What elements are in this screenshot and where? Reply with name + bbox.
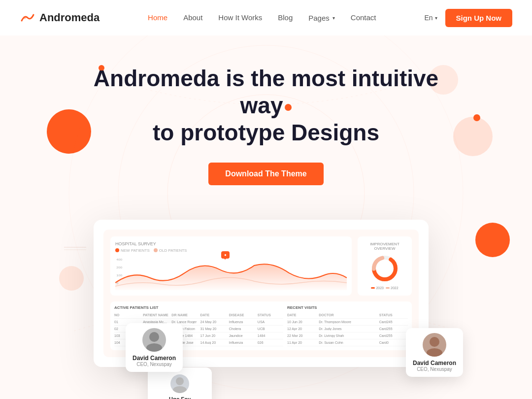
legend-old-patients: OLD PATIENTS — [154, 248, 187, 253]
profile-card-right: David Cameron CEO, Nexuspay — [406, 328, 463, 377]
profile-card-left: David Cameron CEO, Nexuspay — [126, 323, 183, 372]
patients-table-title: ACTIVE PATIENTS LIST — [114, 305, 283, 310]
chevron-down-icon: ▾ — [435, 15, 437, 21]
svg-point-0 — [23, 16, 26, 19]
dashboard-mockup-wrapper: Ugo Foy Cardiologist (C) BOOK APPOINTMEN… — [54, 200, 478, 367]
profile-card-right-wrapper: David Cameron CEO, Nexuspay — [406, 328, 463, 377]
svg-point-7 — [173, 386, 187, 393]
profile-title-right: CEO, Nexuspay — [417, 366, 452, 372]
donut-legend-1: 2023 — [371, 286, 384, 290]
logo-icon — [20, 10, 35, 26]
chart-title: HOSPITAL SURVEY — [115, 241, 347, 246]
chevron-down-icon: ▾ — [332, 15, 335, 21]
svg-point-17 — [430, 337, 439, 347]
visits-table-title: RECENT VISITS — [287, 305, 408, 310]
profile-title-left: CEO, Nexuspay — [136, 362, 172, 367]
brand-logo[interactable]: Andromeda — [20, 10, 100, 26]
svg-text:400: 400 — [116, 258, 122, 261]
nav-links: Home About How It Works Blog Pages ▾ Con… — [148, 13, 376, 22]
chart-legend: NEW PATIENTS OLD PATIENTS — [115, 248, 347, 253]
hero-text: Andromeda is the most intuitive way to p… — [89, 65, 443, 147]
donut-color-1 — [371, 287, 375, 289]
navbar: Andromeda Home About How It Works Blog P… — [0, 0, 532, 35]
table-row: 10 Jun 20 Dr. Thompson Moore Card245 — [287, 319, 408, 326]
nav-blog[interactable]: Blog — [278, 13, 293, 22]
svg-text:200: 200 — [116, 266, 122, 268]
svg-text:100: 100 — [116, 273, 122, 276]
svg-point-15 — [149, 332, 159, 342]
user-name: Ugo Foy — [155, 396, 205, 399]
improvement-overview: IMPROVEMENT OVERVIEW 2023 2022 — [358, 236, 412, 296]
donut-legend-2: 2022 — [386, 286, 399, 290]
chart-tooltip: ● — [221, 251, 230, 259]
hero-section: Andromeda is the most intuitive way to p… — [0, 35, 532, 399]
brand-name: Andromeda — [39, 11, 100, 24]
legend-dot-new — [115, 248, 119, 252]
svg-point-18 — [427, 348, 442, 357]
svg-point-6 — [176, 377, 184, 385]
profile-name-left: David Cameron — [133, 355, 176, 362]
hero-subtitle: to prototype Designs — [89, 119, 443, 146]
donut-chart-svg — [370, 254, 399, 283]
hero-dot-decoration — [285, 104, 292, 111]
profile-card-left-wrapper: David Cameron CEO, Nexuspay — [126, 323, 183, 372]
visits-table: RECENT VISITS DATE DOCTOR STATUS 10 Jun … — [287, 305, 408, 346]
language-selector[interactable]: En ▾ — [424, 14, 437, 22]
legend-new-patients: NEW PATIENTS — [115, 248, 150, 253]
profile-name-right: David Cameron — [413, 360, 456, 366]
nav-right: En ▾ Sign Up Now — [424, 9, 512, 27]
hospital-chart: HOSPITAL SURVEY NEW PATIENTS OLD PATIENT… — [110, 236, 352, 296]
download-theme-button[interactable]: Download The Theme — [208, 163, 323, 185]
nav-contact[interactable]: Contact — [351, 13, 376, 22]
dashboard-header-row: HOSPITAL SURVEY NEW PATIENTS OLD PATIENT… — [110, 236, 412, 296]
table-row: 22 Mar 20 Dr. Livingy Shah Card255 — [287, 332, 408, 339]
deco-circle-orange-large — [47, 109, 91, 154]
deco-circle-orange-right — [475, 223, 510, 257]
donut-color-2 — [386, 287, 390, 289]
svg-text:0: 0 — [116, 281, 118, 284]
wave-chart-svg: 400 200 100 0 — [115, 256, 347, 290]
legend-dot-old — [154, 248, 158, 252]
user-avatar — [170, 374, 189, 393]
donut-title: IMPROVEMENT OVERVIEW — [363, 242, 407, 251]
nav-about[interactable]: About — [183, 13, 202, 22]
nav-how-it-works[interactable]: How It Works — [218, 13, 262, 22]
deco-circle-pink-large — [453, 117, 493, 156]
svg-point-16 — [146, 343, 162, 352]
table-row: 12 Apr 20 Dr. Judy Jones Card255 — [287, 326, 408, 332]
donut-legend: 2023 2022 — [371, 286, 398, 290]
nav-pages[interactable]: Pages ▾ — [308, 14, 335, 22]
user-profile-card: Ugo Foy Cardiologist (C) BOOK APPOINTMEN… — [148, 367, 212, 399]
signup-button[interactable]: Sign Up Now — [445, 9, 513, 27]
hero-title: Andromeda is the most intuitive way — [89, 65, 443, 119]
profile-avatar-left — [142, 328, 166, 352]
table-row: 11 Apr 20 Dr. Susan Cohn Card0 — [287, 339, 408, 346]
visits-table-header-row: DATE DOCTOR STATUS — [287, 312, 408, 319]
nav-home[interactable]: Home — [148, 13, 167, 22]
profile-avatar-right — [423, 333, 446, 357]
patients-table-header-row: NO PATIENT NAME DR NAME DATE DISEASE STA… — [114, 312, 283, 319]
